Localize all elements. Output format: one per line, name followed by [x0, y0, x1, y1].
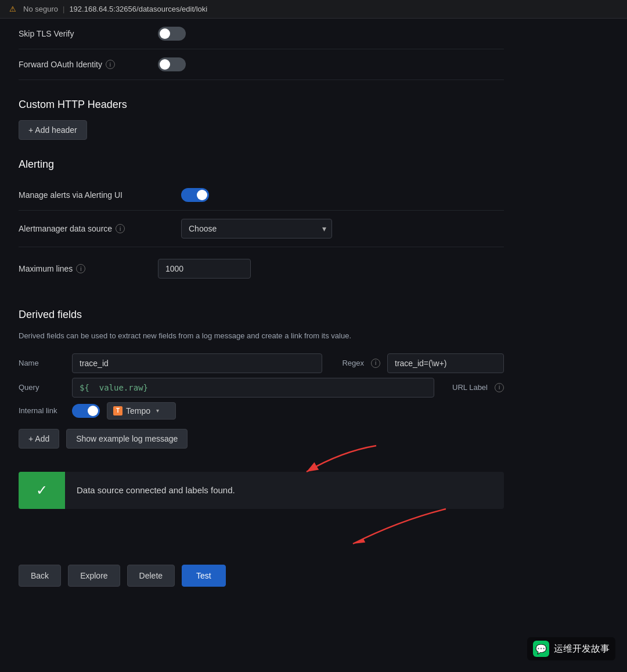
derived-fields-title: Derived fields [19, 309, 504, 321]
security-label: No seguro [23, 5, 58, 13]
regex-label: Regex [329, 359, 364, 367]
max-lines-input[interactable] [158, 259, 251, 279]
forward-oauth-toggle[interactable] [158, 57, 186, 71]
http-headers-section-title: Custom HTTP Headers [19, 99, 504, 111]
tempo-label: Tempo [126, 406, 150, 416]
internal-link-label: Internal link [19, 406, 65, 415]
alertmanager-info-icon: i [116, 224, 125, 233]
back-button[interactable]: Back [19, 565, 61, 587]
name-label: Name [19, 359, 65, 367]
alertmanager-dropdown-wrapper: Choose [181, 219, 332, 239]
status-success-icon-box: ✓ [19, 472, 65, 509]
alerting-section-title: Alerting [19, 158, 504, 171]
status-message: Data source connected and labels found. [65, 476, 247, 504]
derived-fields-section: Derived fields Derived fields can be use… [19, 309, 504, 449]
manage-alerts-row: Manage alerts via Alerting UI [19, 180, 504, 211]
max-lines-info-icon: i [76, 264, 85, 273]
max-lines-row: Maximum lines i [19, 247, 504, 290]
alertmanager-label: Alertmanager data source i [19, 224, 181, 233]
alerting-section: Alerting Manage alerts via Alerting UI A… [19, 158, 504, 290]
alertmanager-select[interactable]: Choose [181, 219, 332, 239]
explore-button[interactable]: Explore [68, 565, 120, 587]
forward-oauth-label: Forward OAuth Identity i [19, 60, 158, 69]
regex-info-icon: i [371, 359, 380, 368]
url-bar: 192.168.64.5:32656/datasources/edit/loki [69, 5, 207, 13]
skip-tls-toggle[interactable] [158, 27, 186, 41]
tempo-dropdown[interactable]: T Tempo ▾ [107, 402, 176, 420]
alertmanager-row: Alertmanager data source i Choose [19, 211, 504, 247]
watermark: 💬 运维开发故事 [527, 637, 615, 660]
query-input[interactable] [72, 378, 434, 398]
derived-action-buttons: + Add Show example log message [19, 429, 504, 449]
red-arrow-2 [283, 503, 457, 550]
tempo-icon: T [113, 406, 122, 416]
tempo-chevron-icon: ▾ [156, 407, 159, 414]
wechat-icon: 💬 [533, 641, 549, 657]
forward-oauth-info-icon: i [106, 60, 115, 69]
delete-button[interactable]: Delete [127, 565, 175, 587]
check-icon: ✓ [36, 482, 48, 498]
forward-oauth-row: Forward OAuth Identity i [19, 49, 504, 80]
titlebar: ⚠ No seguro | 192.168.64.5:32656/datasou… [0, 0, 627, 19]
show-example-button[interactable]: Show example log message [66, 429, 188, 449]
skip-tls-row: Skip TLS Verify [19, 19, 504, 49]
skip-tls-label: Skip TLS Verify [19, 29, 158, 38]
derived-query-row: Query URL Label i [19, 378, 504, 398]
internal-link-row: Internal link T Tempo ▾ [19, 402, 504, 420]
test-button[interactable]: Test [182, 565, 226, 587]
internal-link-toggle[interactable] [72, 404, 100, 418]
derived-name-row: Name Regex i [19, 353, 504, 373]
query-label: Query [19, 383, 65, 392]
url-label-info-icon: i [495, 383, 504, 392]
warning-icon: ⚠ [9, 5, 16, 13]
manage-alerts-label: Manage alerts via Alerting UI [19, 190, 181, 200]
add-header-button[interactable]: + Add header [19, 120, 87, 140]
watermark-text: 运维开发故事 [554, 643, 610, 655]
bottom-bar: Back Explore Delete Test [19, 555, 504, 587]
max-lines-label: Maximum lines i [19, 264, 158, 273]
name-input[interactable] [72, 353, 322, 373]
manage-alerts-toggle[interactable] [181, 188, 209, 202]
derived-fields-description: Derived fields can be used to extract ne… [19, 330, 504, 342]
red-arrow-1 [272, 440, 388, 475]
regex-input[interactable] [387, 353, 504, 373]
add-derived-field-button[interactable]: + Add [19, 429, 59, 449]
url-label-label: URL Label [441, 383, 488, 392]
